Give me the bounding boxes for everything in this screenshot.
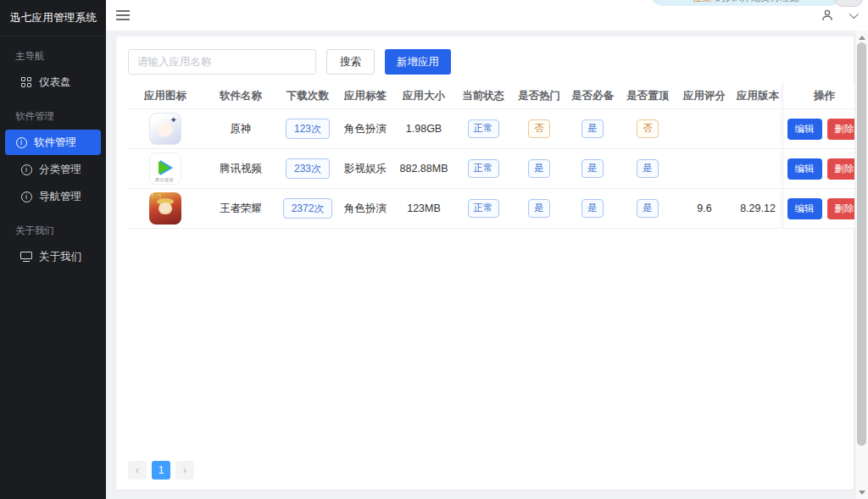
sidebar-section-software: 软件管理 xyxy=(0,97,106,128)
app-table: 应用图标 软件名称 下载次数 应用标签 应用大小 当前状态 是否热门 是否必备 … xyxy=(128,83,854,229)
downloads-badge: 233次 xyxy=(286,158,330,179)
top-badge: 是 xyxy=(637,199,659,218)
tencent-video-app-icon: 腾讯视频 xyxy=(149,152,181,185)
table-header-row: 应用图标 软件名称 下载次数 应用标签 应用大小 当前状态 是否热门 是否必备 … xyxy=(128,83,854,109)
col-header-app-icon: 应用图标 xyxy=(128,83,203,108)
honor-of-kings-app-icon: 5V5 xyxy=(149,192,181,225)
sidebar-item-label: 仪表盘 xyxy=(39,75,71,90)
edit-button[interactable]: 编辑 xyxy=(787,158,822,180)
required-badge: 是 xyxy=(581,199,604,218)
app-version xyxy=(733,149,782,188)
table-row: ✦ 原神 123次 角色扮演 1.98GB 正常 否 是 否 编辑 删除 xyxy=(128,109,854,149)
notification-toast: 任某 购买X开始支付理赔 xyxy=(651,0,841,6)
search-button[interactable]: 搜索 xyxy=(326,49,375,75)
sidebar-item-nav-management[interactable]: i 导航管理 xyxy=(5,184,101,209)
table-row: 腾讯视频 腾讯视频 233次 影视娱乐 882.88MB 正常 是 是 是 编辑… xyxy=(128,149,854,189)
sidebar-item-dashboard[interactable]: 仪表盘 xyxy=(5,69,101,95)
col-header-downloads: 下载次数 xyxy=(279,83,337,108)
scrollbar-thumb[interactable] xyxy=(857,42,866,446)
col-header-size: 应用大小 xyxy=(394,83,453,108)
top-badge: 是 xyxy=(637,159,659,178)
chevron-down-icon[interactable] xyxy=(849,9,859,19)
sidebar-item-label: 分类管理 xyxy=(39,163,81,177)
info-circle-icon: i xyxy=(20,191,32,202)
app-title: 迅七应用管理系统 xyxy=(0,0,106,36)
app-size: 1.98GB xyxy=(394,109,453,148)
vertical-scrollbar[interactable] xyxy=(854,30,868,499)
status-badge: 正常 xyxy=(468,159,499,178)
scroll-up-arrow-icon[interactable] xyxy=(859,36,865,40)
sidebar: 迅七应用管理系统 主导航 仪表盘 软件管理 i 软件管理 i 分类管理 i 导航… xyxy=(0,0,106,499)
top-badge: 否 xyxy=(637,119,659,138)
search-input[interactable] xyxy=(128,49,316,75)
toast-text: 购买X开始支付理赔 xyxy=(715,0,800,4)
edit-button[interactable]: 编辑 xyxy=(787,198,822,219)
hot-badge: 否 xyxy=(528,119,550,138)
sidebar-section-about: 关于我们 xyxy=(0,211,106,242)
app-tag: 角色扮演 xyxy=(337,189,394,228)
dashboard-grid-icon xyxy=(20,76,32,88)
downloads-badge: 2372次 xyxy=(283,198,333,219)
hot-badge: 是 xyxy=(528,199,550,218)
toast-user: 任某 xyxy=(693,0,712,4)
status-badge: 正常 xyxy=(468,119,499,138)
scroll-down-arrow-icon[interactable] xyxy=(859,491,865,495)
app-name: 王者荣耀 xyxy=(203,189,279,228)
col-header-tag: 应用标签 xyxy=(337,83,394,108)
col-header-status: 当前状态 xyxy=(453,83,513,108)
sidebar-item-about-us[interactable]: 关于我们 xyxy=(5,244,101,269)
app-version xyxy=(733,109,782,148)
sidebar-item-category-management[interactable]: i 分类管理 xyxy=(5,157,101,182)
search-toolbar: 搜索 新增应用 xyxy=(128,49,854,75)
app-rating: 9.6 xyxy=(676,189,733,228)
sidebar-section-main-nav: 主导航 xyxy=(0,36,106,68)
required-badge: 是 xyxy=(581,119,604,138)
col-header-required: 是否必备 xyxy=(565,83,620,108)
app-name: 原神 xyxy=(203,109,279,148)
app-rating xyxy=(676,109,733,148)
table-body: ✦ 原神 123次 角色扮演 1.98GB 正常 否 是 否 编辑 删除 xyxy=(128,109,854,229)
hot-badge: 是 xyxy=(528,159,550,178)
downloads-badge: 123次 xyxy=(286,119,330,139)
content-card: 搜索 新增应用 应用图标 软件名称 下载次数 应用标签 应用大小 当前状态 是否… xyxy=(116,36,854,490)
pagination: ‹ 1 › xyxy=(128,461,194,480)
col-header-version: 应用版本 xyxy=(733,83,782,108)
info-circle-icon: i xyxy=(20,164,32,175)
chevron-right-icon: › xyxy=(183,464,186,475)
app-name: 腾讯视频 xyxy=(203,149,279,188)
sidebar-item-software-management[interactable]: i 软件管理 xyxy=(5,130,101,155)
page-number-1[interactable]: 1 xyxy=(152,461,170,480)
col-header-top: 是否置顶 xyxy=(620,83,676,108)
app-rating xyxy=(676,149,733,188)
sidebar-item-label: 导航管理 xyxy=(39,190,81,204)
sidebar-item-label: 软件管理 xyxy=(34,136,76,150)
chevron-left-icon: ‹ xyxy=(136,464,139,475)
next-page-button[interactable]: › xyxy=(175,461,194,480)
edit-button[interactable]: 编辑 xyxy=(787,119,822,140)
genshin-app-icon: ✦ xyxy=(149,113,181,145)
app-version: 8.29.12 xyxy=(733,189,782,228)
app-tag: 影视娱乐 xyxy=(337,149,394,188)
menu-icon[interactable] xyxy=(116,10,130,20)
add-app-button[interactable]: 新增应用 xyxy=(385,49,451,75)
app-tag: 角色扮演 xyxy=(337,109,394,148)
app-size: 882.88MB xyxy=(394,149,453,188)
col-header-name: 软件名称 xyxy=(203,83,279,108)
prev-page-button[interactable]: ‹ xyxy=(128,461,147,480)
app-size: 123MB xyxy=(394,189,453,228)
user-icon[interactable] xyxy=(821,8,834,22)
col-header-actions: 操作 xyxy=(782,83,865,108)
col-header-hot: 是否热门 xyxy=(513,83,565,108)
sidebar-item-label: 关于我们 xyxy=(39,250,81,264)
required-badge: 是 xyxy=(581,159,604,178)
monitor-icon xyxy=(20,251,32,263)
info-circle-icon: i xyxy=(15,136,27,148)
col-header-rating: 应用评分 xyxy=(676,83,733,108)
table-row: 5V5 王者荣耀 2372次 角色扮演 123MB 正常 是 是 是 9.6 8… xyxy=(128,189,854,229)
status-badge: 正常 xyxy=(468,199,499,218)
